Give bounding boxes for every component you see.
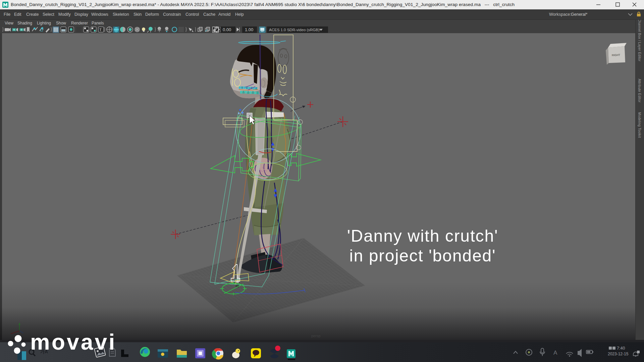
svg-text:7:40: 7:40	[617, 346, 625, 351]
svg-text:T: T	[99, 28, 102, 32]
svg-text:1.00: 1.00	[245, 27, 253, 32]
svg-text:RIGHT: RIGHT	[612, 54, 620, 57]
svg-text:movavi: movavi	[30, 329, 116, 354]
svg-text:A: A	[553, 350, 557, 356]
svg-text:ACES 1.0 SDR-video (sRGB): ACES 1.0 SDR-video (sRGB)	[269, 28, 320, 32]
svg-text:2023-12-15: 2023-12-15	[608, 352, 629, 356]
svg-text:0.00: 0.00	[223, 27, 231, 32]
